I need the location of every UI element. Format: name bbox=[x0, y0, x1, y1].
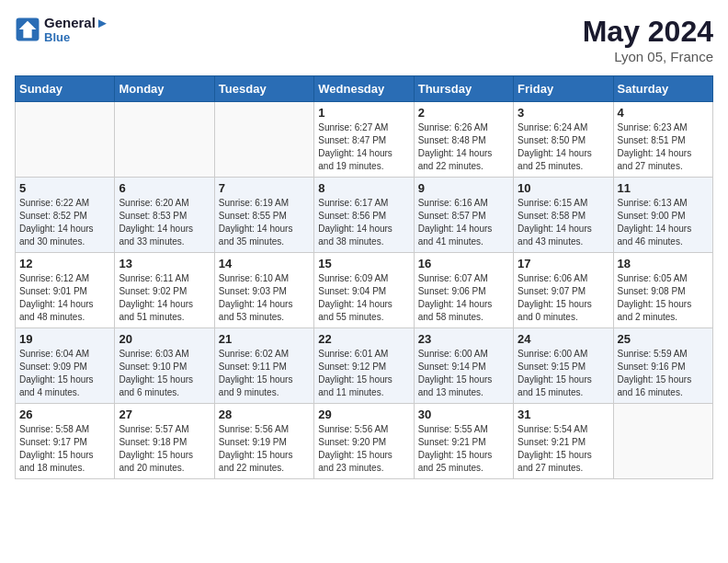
day-info: Sunrise: 6:07 AM Sunset: 9:06 PM Dayligh… bbox=[418, 272, 509, 324]
day-number: 20 bbox=[119, 332, 210, 346]
weekday-header-tuesday: Tuesday bbox=[214, 76, 313, 102]
day-info: Sunrise: 5:57 AM Sunset: 9:18 PM Dayligh… bbox=[119, 423, 210, 475]
day-number: 7 bbox=[219, 181, 310, 195]
day-number: 13 bbox=[119, 257, 210, 270]
day-info: Sunrise: 5:59 AM Sunset: 9:16 PM Dayligh… bbox=[618, 348, 709, 399]
day-info: Sunrise: 6:23 AM Sunset: 8:51 PM Dayligh… bbox=[618, 121, 709, 173]
calendar-cell: 7Sunrise: 6:19 AM Sunset: 8:55 PM Daylig… bbox=[214, 178, 313, 253]
day-info: Sunrise: 6:10 AM Sunset: 9:03 PM Dayligh… bbox=[219, 272, 310, 324]
day-info: Sunrise: 6:06 AM Sunset: 9:07 PM Dayligh… bbox=[518, 272, 609, 324]
day-info: Sunrise: 6:17 AM Sunset: 8:56 PM Dayligh… bbox=[318, 197, 409, 248]
location-subtitle: Lyon 05, France bbox=[583, 49, 713, 64]
day-info: Sunrise: 6:22 AM Sunset: 8:52 PM Dayligh… bbox=[19, 197, 110, 248]
day-number: 2 bbox=[418, 106, 509, 120]
day-number: 11 bbox=[618, 181, 709, 195]
calendar-cell: 2Sunrise: 6:26 AM Sunset: 8:48 PM Daylig… bbox=[414, 102, 513, 178]
calendar-cell: 25Sunrise: 5:59 AM Sunset: 9:16 PM Dayli… bbox=[613, 328, 712, 404]
day-number: 9 bbox=[418, 181, 509, 195]
calendar-cell: 17Sunrise: 6:06 AM Sunset: 9:07 PM Dayli… bbox=[514, 253, 613, 328]
day-number: 19 bbox=[19, 332, 110, 346]
logo-icon bbox=[15, 17, 40, 42]
calendar-cell bbox=[115, 102, 214, 178]
day-number: 18 bbox=[618, 257, 709, 270]
calendar-cell: 3Sunrise: 6:24 AM Sunset: 8:50 PM Daylig… bbox=[514, 102, 613, 178]
calendar-cell: 1Sunrise: 6:27 AM Sunset: 8:47 PM Daylig… bbox=[314, 102, 414, 178]
day-number: 24 bbox=[518, 332, 609, 346]
weekday-header-monday: Monday bbox=[115, 76, 214, 102]
title-block: May 2024 Lyon 05, France bbox=[583, 15, 713, 64]
calendar-cell: 19Sunrise: 6:04 AM Sunset: 9:09 PM Dayli… bbox=[16, 328, 115, 404]
calendar-week-row: 1Sunrise: 6:27 AM Sunset: 8:47 PM Daylig… bbox=[16, 102, 713, 178]
weekday-header-thursday: Thursday bbox=[414, 76, 513, 102]
day-number: 28 bbox=[219, 408, 310, 421]
day-number: 12 bbox=[19, 257, 110, 270]
day-number: 17 bbox=[518, 257, 609, 270]
calendar-cell: 13Sunrise: 6:11 AM Sunset: 9:02 PM Dayli… bbox=[115, 253, 214, 328]
day-info: Sunrise: 5:56 AM Sunset: 9:20 PM Dayligh… bbox=[318, 423, 409, 475]
day-info: Sunrise: 6:13 AM Sunset: 9:00 PM Dayligh… bbox=[618, 197, 709, 248]
calendar-cell: 11Sunrise: 6:13 AM Sunset: 9:00 PM Dayli… bbox=[613, 178, 712, 253]
day-number: 21 bbox=[219, 332, 310, 346]
month-title: May 2024 bbox=[583, 15, 713, 49]
day-info: Sunrise: 6:00 AM Sunset: 9:14 PM Dayligh… bbox=[418, 348, 509, 399]
day-info: Sunrise: 6:15 AM Sunset: 8:58 PM Dayligh… bbox=[518, 197, 609, 248]
day-info: Sunrise: 6:12 AM Sunset: 9:01 PM Dayligh… bbox=[19, 272, 110, 324]
day-number: 1 bbox=[318, 106, 409, 120]
day-number: 22 bbox=[318, 332, 409, 346]
day-number: 8 bbox=[318, 181, 409, 195]
day-info: Sunrise: 6:03 AM Sunset: 9:10 PM Dayligh… bbox=[119, 348, 210, 399]
weekday-header-friday: Friday bbox=[514, 76, 613, 102]
weekday-header-saturday: Saturday bbox=[613, 76, 712, 102]
day-info: Sunrise: 6:01 AM Sunset: 9:12 PM Dayligh… bbox=[318, 348, 409, 399]
day-info: Sunrise: 6:00 AM Sunset: 9:15 PM Dayligh… bbox=[518, 348, 609, 399]
day-number: 30 bbox=[418, 408, 509, 421]
calendar-cell bbox=[214, 102, 313, 178]
calendar-cell: 9Sunrise: 6:16 AM Sunset: 8:57 PM Daylig… bbox=[414, 178, 513, 253]
day-info: Sunrise: 6:24 AM Sunset: 8:50 PM Dayligh… bbox=[518, 121, 609, 173]
calendar-cell: 15Sunrise: 6:09 AM Sunset: 9:04 PM Dayli… bbox=[314, 253, 414, 328]
day-info: Sunrise: 6:20 AM Sunset: 8:53 PM Dayligh… bbox=[119, 197, 210, 248]
calendar-cell: 31Sunrise: 5:54 AM Sunset: 9:21 PM Dayli… bbox=[514, 404, 613, 479]
calendar-cell: 4Sunrise: 6:23 AM Sunset: 8:51 PM Daylig… bbox=[613, 102, 712, 178]
page-header: General► Blue May 2024 Lyon 05, France bbox=[15, 15, 713, 64]
calendar-cell bbox=[16, 102, 115, 178]
calendar-cell: 26Sunrise: 5:58 AM Sunset: 9:17 PM Dayli… bbox=[16, 404, 115, 479]
weekday-header-row: SundayMondayTuesdayWednesdayThursdayFrid… bbox=[16, 76, 713, 102]
calendar-cell bbox=[613, 404, 712, 479]
day-number: 29 bbox=[318, 408, 409, 421]
calendar-cell: 22Sunrise: 6:01 AM Sunset: 9:12 PM Dayli… bbox=[314, 328, 414, 404]
day-info: Sunrise: 6:04 AM Sunset: 9:09 PM Dayligh… bbox=[19, 348, 110, 399]
calendar-table: SundayMondayTuesdayWednesdayThursdayFrid… bbox=[15, 75, 713, 479]
day-info: Sunrise: 5:56 AM Sunset: 9:19 PM Dayligh… bbox=[219, 423, 310, 475]
calendar-cell: 27Sunrise: 5:57 AM Sunset: 9:18 PM Dayli… bbox=[115, 404, 214, 479]
day-number: 23 bbox=[418, 332, 509, 346]
day-info: Sunrise: 6:05 AM Sunset: 9:08 PM Dayligh… bbox=[618, 272, 709, 324]
calendar-cell: 24Sunrise: 6:00 AM Sunset: 9:15 PM Dayli… bbox=[514, 328, 613, 404]
calendar-week-row: 19Sunrise: 6:04 AM Sunset: 9:09 PM Dayli… bbox=[16, 328, 713, 404]
day-info: Sunrise: 6:02 AM Sunset: 9:11 PM Dayligh… bbox=[219, 348, 310, 399]
day-number: 27 bbox=[119, 408, 210, 421]
calendar-week-row: 5Sunrise: 6:22 AM Sunset: 8:52 PM Daylig… bbox=[16, 178, 713, 253]
calendar-week-row: 26Sunrise: 5:58 AM Sunset: 9:17 PM Dayli… bbox=[16, 404, 713, 479]
day-info: Sunrise: 6:16 AM Sunset: 8:57 PM Dayligh… bbox=[418, 197, 509, 248]
calendar-cell: 20Sunrise: 6:03 AM Sunset: 9:10 PM Dayli… bbox=[115, 328, 214, 404]
logo: General► Blue bbox=[15, 15, 109, 44]
calendar-week-row: 12Sunrise: 6:12 AM Sunset: 9:01 PM Dayli… bbox=[16, 253, 713, 328]
day-number: 14 bbox=[219, 257, 310, 270]
day-number: 15 bbox=[318, 257, 409, 270]
day-number: 25 bbox=[618, 332, 709, 346]
calendar-cell: 10Sunrise: 6:15 AM Sunset: 8:58 PM Dayli… bbox=[514, 178, 613, 253]
weekday-header-sunday: Sunday bbox=[16, 76, 115, 102]
day-number: 31 bbox=[518, 408, 609, 421]
day-number: 3 bbox=[518, 106, 609, 120]
day-number: 16 bbox=[418, 257, 509, 270]
calendar-cell: 5Sunrise: 6:22 AM Sunset: 8:52 PM Daylig… bbox=[16, 178, 115, 253]
calendar-cell: 16Sunrise: 6:07 AM Sunset: 9:06 PM Dayli… bbox=[414, 253, 513, 328]
calendar-cell: 28Sunrise: 5:56 AM Sunset: 9:19 PM Dayli… bbox=[214, 404, 313, 479]
calendar-cell: 18Sunrise: 6:05 AM Sunset: 9:08 PM Dayli… bbox=[613, 253, 712, 328]
calendar-cell: 23Sunrise: 6:00 AM Sunset: 9:14 PM Dayli… bbox=[414, 328, 513, 404]
calendar-cell: 14Sunrise: 6:10 AM Sunset: 9:03 PM Dayli… bbox=[214, 253, 313, 328]
calendar-cell: 8Sunrise: 6:17 AM Sunset: 8:56 PM Daylig… bbox=[314, 178, 414, 253]
day-info: Sunrise: 6:09 AM Sunset: 9:04 PM Dayligh… bbox=[318, 272, 409, 324]
day-number: 5 bbox=[19, 181, 110, 195]
